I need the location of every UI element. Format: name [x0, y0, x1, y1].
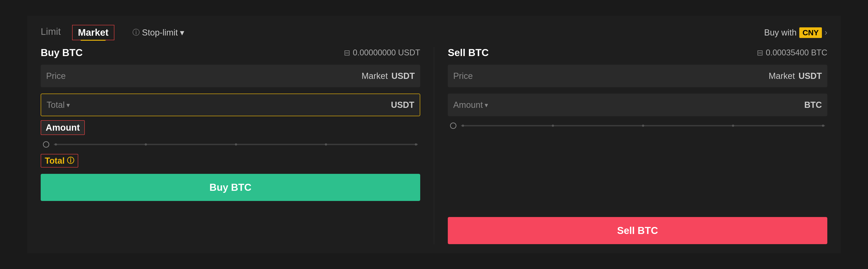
buy-panel-title: Buy BTC: [41, 47, 83, 58]
buy-total-row[interactable]: Total ▾ USDT: [41, 94, 420, 116]
buy-amount-label-box: Amount: [41, 120, 85, 135]
buy-total-info-box: Total ⓘ: [41, 154, 78, 168]
buy-price-currency: USDT: [392, 71, 415, 81]
buy-total-info-icon: ⓘ: [67, 156, 74, 166]
buy-slider-tick-1: [55, 143, 57, 146]
buy-btc-button[interactable]: Buy BTC: [41, 174, 420, 201]
buy-with-chevron-icon: ›: [825, 28, 827, 37]
tab-market[interactable]: Market: [72, 25, 114, 40]
buy-with-button[interactable]: Buy with CNY ›: [764, 27, 827, 38]
trading-panels: Buy BTC ⊟ 0.00000000 USDT Price Market U…: [41, 47, 827, 244]
buy-slider-tick-2: [145, 143, 147, 146]
credit-card-icon-sell: ⊟: [757, 48, 763, 57]
buy-slider-track[interactable]: [54, 144, 418, 145]
sell-slider-tick-1: [462, 124, 464, 127]
sell-slider-handle[interactable]: [450, 122, 456, 129]
buy-balance-info: ⊟ 0.00000000 USDT: [344, 48, 420, 57]
sell-slider-tick-3: [642, 124, 644, 127]
sell-slider-track[interactable]: [461, 125, 825, 126]
buy-slider-tick-3: [235, 143, 237, 146]
buy-labels-row: Amount: [41, 120, 420, 135]
buy-panel-header: Buy BTC ⊟ 0.00000000 USDT: [41, 47, 420, 58]
buy-total-info-label: Total: [45, 156, 65, 166]
buy-balance-value: 0.00000000 USDT: [353, 48, 420, 57]
sell-panel-title: Sell BTC: [448, 47, 489, 58]
buy-total-input[interactable]: [70, 100, 391, 110]
sell-amount-chevron-icon: ▾: [485, 101, 488, 109]
sell-spacer: [448, 135, 827, 211]
buy-total-chevron-icon: ▾: [66, 101, 70, 109]
buy-slider-tick-5: [415, 143, 417, 146]
sell-slider-tick-5: [822, 124, 824, 127]
sell-slider-tick-2: [552, 124, 554, 127]
buy-price-label: Price: [46, 71, 73, 81]
buy-panel: Buy BTC ⊟ 0.00000000 USDT Price Market U…: [41, 47, 420, 244]
buy-slider-handle[interactable]: [43, 141, 49, 148]
sell-btc-button[interactable]: Sell BTC: [448, 217, 827, 244]
sell-amount-input[interactable]: [488, 100, 804, 110]
sell-slider-tick-4: [732, 124, 734, 127]
buy-price-row: Price Market USDT: [41, 65, 420, 87]
sell-amount-currency: BTC: [804, 100, 822, 110]
sell-slider-row[interactable]: [448, 122, 827, 129]
sell-amount-label: Amount: [453, 100, 483, 110]
top-tabs-row: Limit Market ⓘ Stop-limit ▾ Buy with CNY…: [41, 25, 827, 40]
sell-balance-info: ⊟ 0.00035400 BTC: [757, 48, 827, 57]
buy-price-market-label: Market: [362, 71, 388, 81]
buy-with-label: Buy with: [764, 28, 797, 37]
sell-panel-header: Sell BTC ⊟ 0.00035400 BTC: [448, 47, 827, 58]
buy-slider-tick-4: [325, 143, 327, 146]
buy-total-info-row: Total ⓘ: [41, 154, 420, 168]
sell-panel: Sell BTC ⊟ 0.00035400 BTC Price Market U…: [448, 47, 827, 244]
sell-amount-row[interactable]: Amount ▾ BTC: [448, 94, 827, 116]
sell-price-row: Price Market USDT: [448, 65, 827, 87]
sell-amount-dropdown[interactable]: Amount ▾: [453, 100, 488, 110]
cny-badge: CNY: [799, 27, 822, 38]
buy-total-dropdown[interactable]: Total ▾: [46, 100, 70, 110]
stop-limit-info-icon: ⓘ: [132, 28, 140, 37]
sell-price-label: Price: [453, 71, 480, 81]
buy-slider-row[interactable]: [41, 141, 420, 148]
sell-price-market-label: Market: [769, 71, 795, 81]
sell-balance-value: 0.00035400 BTC: [766, 48, 827, 57]
tab-limit[interactable]: Limit: [41, 26, 61, 39]
buy-total-label: Total: [46, 100, 65, 110]
stop-limit-chevron: ▾: [180, 28, 184, 37]
tab-stop-limit[interactable]: ⓘ Stop-limit ▾: [132, 28, 184, 37]
sell-price-currency: USDT: [799, 71, 822, 81]
stop-limit-label: Stop-limit: [142, 28, 178, 37]
main-container: Limit Market ⓘ Stop-limit ▾ Buy with CNY…: [27, 16, 841, 253]
credit-card-icon-buy: ⊟: [344, 48, 350, 57]
buy-total-currency: USDT: [391, 100, 414, 110]
panel-divider: [434, 47, 434, 244]
